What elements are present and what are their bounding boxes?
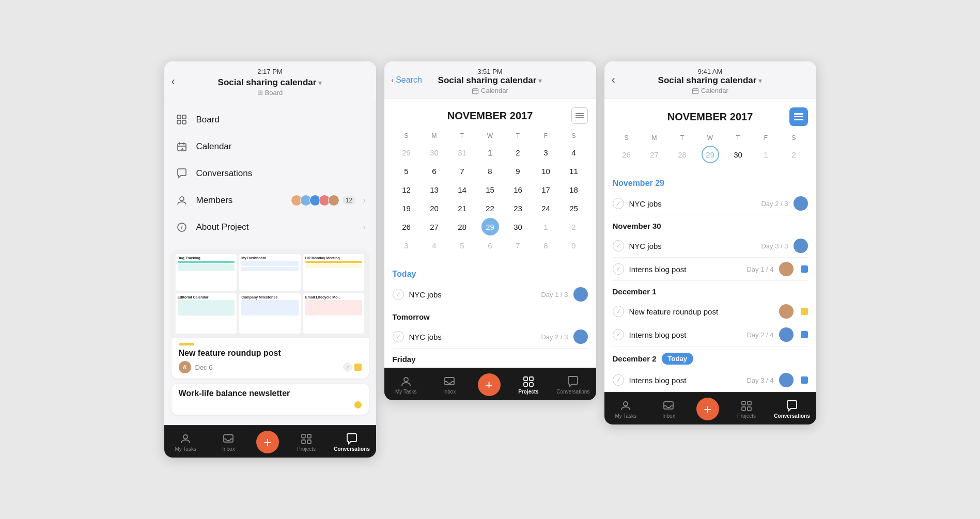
s3-cal-1[interactable]: 1: [757, 146, 775, 163]
nav-label-about: About Project: [196, 222, 356, 232]
screen3-list-view-btn[interactable]: [789, 107, 808, 126]
nav-item-board[interactable]: Board: [164, 106, 376, 133]
bottom-nav-inbox-2[interactable]: Inbox: [434, 375, 465, 395]
cal-cell-29-today[interactable]: 29: [481, 218, 499, 235]
bottom-nav-conversations-1[interactable]: Conversations: [334, 433, 369, 452]
cal-cell-28a[interactable]: 28: [454, 218, 471, 235]
cal-cell-14[interactable]: 14: [454, 181, 471, 198]
bottom-nav-my-tasks-1[interactable]: My Tasks: [170, 433, 201, 452]
s3-event-interns3-day: Day 3 / 4: [746, 376, 773, 384]
cal-cell-30a[interactable]: 30: [509, 218, 527, 235]
cal-cell-3b[interactable]: 3: [398, 237, 415, 254]
bottom-nav-plus-1[interactable]: +: [256, 431, 279, 453]
bottom-nav-my-tasks-3[interactable]: My Tasks: [610, 400, 641, 419]
board-card-1[interactable]: Bug Tracking My Dashboard HR Monday Meet…: [172, 250, 369, 379]
cal-cell-2b[interactable]: 2: [565, 218, 583, 235]
cal-cell-25[interactable]: 25: [565, 199, 583, 217]
bottom-nav-inbox-label-1: Inbox: [222, 446, 235, 452]
bottom-nav-projects-1[interactable]: Projects: [291, 433, 322, 452]
cal-cell-10[interactable]: 10: [537, 162, 555, 180]
s3-event-interns-2[interactable]: ✓ Interns blog post Day 2 / 4: [613, 323, 808, 347]
screen1-back-button[interactable]: ‹: [172, 75, 175, 88]
screen2-event-2[interactable]: ✓ NYC jobs Day 2 / 3: [393, 325, 588, 349]
bottom-nav-projects-3[interactable]: Projects: [731, 400, 762, 419]
bottom-nav-inbox-label-3: Inbox: [662, 413, 675, 419]
cal-cell-2a[interactable]: 2: [509, 144, 527, 161]
s3-cal-30[interactable]: 30: [729, 146, 747, 163]
screen2-list-view-icon[interactable]: [571, 107, 588, 124]
screen2-event1-check: ✓: [393, 289, 404, 300]
cal-cell-18[interactable]: 18: [565, 181, 583, 198]
cal-row-2: 5 6 7 8 9 10 11: [393, 162, 588, 180]
cal-cell-4a[interactable]: 4: [565, 144, 583, 161]
s3-event-interns-3[interactable]: ✓ Interns blog post Day 3 / 4: [613, 369, 808, 392]
cal-cell-21[interactable]: 21: [454, 199, 471, 217]
cal-cell-30[interactable]: 30: [426, 144, 443, 161]
cal-cell-5b[interactable]: 5: [454, 237, 471, 254]
nav-item-conversations[interactable]: Conversations: [164, 160, 376, 187]
cal-cell-15[interactable]: 15: [481, 181, 499, 198]
bottom-nav-inbox-1[interactable]: Inbox: [213, 433, 244, 452]
cal-cell-8[interactable]: 8: [481, 162, 499, 180]
board-card-1-check: ✓: [343, 363, 352, 372]
s3-cal-27[interactable]: 27: [646, 146, 663, 163]
screen2-search-back[interactable]: ‹ Search: [392, 75, 422, 85]
cal-cell-11[interactable]: 11: [565, 162, 583, 180]
conversations-nav-icon-1: [346, 433, 358, 445]
cal-cell-22[interactable]: 22: [481, 199, 499, 217]
screen3-chevron: ▾: [758, 77, 762, 85]
projects-icon-3: [740, 400, 753, 412]
screen3-view-icon: [692, 87, 699, 95]
cal-cell-23[interactable]: 23: [509, 199, 527, 217]
cal-cell-29[interactable]: 29: [398, 144, 415, 161]
cal-cell-12[interactable]: 12: [398, 181, 415, 198]
s3-event-feature[interactable]: ✓ New feature roundup post: [613, 300, 808, 323]
bottom-nav-my-tasks-2[interactable]: My Tasks: [391, 375, 422, 395]
cal-cell-19[interactable]: 19: [398, 199, 415, 217]
cal-cell-31[interactable]: 31: [454, 144, 471, 161]
bottom-nav-plus-3[interactable]: +: [696, 398, 719, 420]
cal-cell-9b[interactable]: 9: [565, 237, 583, 254]
nav-item-members[interactable]: Members 12 ›: [164, 187, 376, 214]
cal-cell-17[interactable]: 17: [537, 181, 555, 198]
cal-cell-8b[interactable]: 8: [537, 237, 555, 254]
cal-cell-6b[interactable]: 6: [481, 237, 499, 254]
screen3-back-button[interactable]: ‹: [612, 73, 615, 87]
s3-cal-29[interactable]: 29: [702, 146, 719, 163]
cal-cell-7[interactable]: 7: [454, 162, 471, 180]
board-card-2[interactable]: Work-life balance newsletter: [172, 384, 369, 415]
cal-cell-1a[interactable]: 1: [481, 144, 499, 161]
nav-item-calendar[interactable]: 4 Calendar: [164, 133, 376, 160]
cal-cell-9[interactable]: 9: [509, 162, 527, 180]
cal-cell-3a[interactable]: 3: [537, 144, 555, 161]
s3-cal-28[interactable]: 28: [674, 146, 691, 163]
s3-event-interns-1[interactable]: ✓ Interns blog post Day 1 / 4: [613, 258, 808, 281]
cal-cell-7b[interactable]: 7: [509, 237, 527, 254]
s3-cal-header-w: W: [696, 132, 724, 144]
screen2-view-icon: [472, 87, 479, 95]
s3-cal-26[interactable]: 26: [618, 146, 635, 163]
bottom-nav-projects-2[interactable]: Projects: [513, 375, 544, 395]
cal-cell-20[interactable]: 20: [426, 199, 443, 217]
bottom-nav-conversations-2[interactable]: Conversations: [556, 375, 589, 395]
cal-cell-16[interactable]: 16: [509, 181, 527, 198]
cal-row-3: 12 13 14 15 16 17 18: [393, 181, 588, 198]
cal-cell-13[interactable]: 13: [426, 181, 443, 198]
bottom-nav-inbox-3[interactable]: Inbox: [653, 400, 684, 419]
cal-cell-5[interactable]: 5: [398, 162, 415, 180]
cal-cell-6[interactable]: 6: [426, 162, 443, 180]
s3-event-nyc-2[interactable]: ✓ NYC jobs Day 3 / 3: [613, 234, 808, 258]
screen2-event2-day: Day 2 / 3: [541, 333, 568, 341]
cal-cell-27a[interactable]: 27: [426, 218, 443, 235]
board-card-2-bottom: [179, 401, 362, 408]
cal-cell-26a[interactable]: 26: [398, 218, 415, 235]
bottom-nav-plus-2[interactable]: +: [478, 373, 501, 396]
cal-cell-4b[interactable]: 4: [426, 237, 443, 254]
s3-cal-2[interactable]: 2: [785, 146, 803, 163]
s3-event-nyc-1[interactable]: ✓ NYC jobs Day 2 / 3: [613, 192, 808, 215]
cal-cell-24[interactable]: 24: [537, 199, 555, 217]
screen2-event-1[interactable]: ✓ NYC jobs Day 1 / 3: [393, 283, 588, 306]
bottom-nav-conversations-3[interactable]: Conversations: [774, 400, 810, 419]
cal-cell-1b[interactable]: 1: [537, 218, 555, 235]
nav-item-about[interactable]: i About Project ›: [164, 214, 376, 241]
